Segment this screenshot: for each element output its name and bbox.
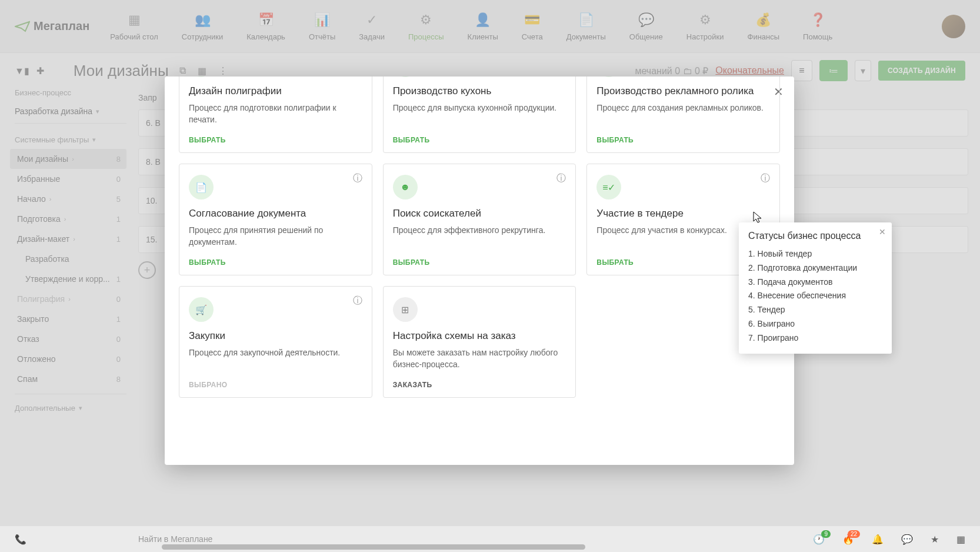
tooltip-item: 2. Подготовка документации bbox=[748, 261, 882, 275]
grid-icon[interactable]: ▦ bbox=[956, 534, 965, 545]
tooltip-title: Статусы бизнес процесса bbox=[748, 231, 882, 241]
card-title: Участие в тендере bbox=[596, 208, 770, 220]
card-icon: 🛒 bbox=[189, 297, 214, 322]
card-action[interactable]: ВЫБРАТЬ bbox=[393, 136, 566, 144]
card-icon: ▭ bbox=[189, 77, 214, 77]
template-card: ▭Производство кухоньПроцесс для выпуска … bbox=[383, 77, 576, 153]
card-desc: Процесс для закупочной деятельности. bbox=[189, 347, 362, 373]
card-title: Производство рекламного ролика bbox=[596, 85, 770, 97]
process-templates-modal: ✕ ▭Дизайн полиграфииПроцесс для подготов… bbox=[165, 77, 794, 465]
card-action[interactable]: ВЫБРАТЬ bbox=[393, 258, 566, 267]
bell-icon[interactable]: 🔔 bbox=[872, 534, 884, 545]
card-action[interactable]: ВЫБРАНО bbox=[189, 381, 362, 389]
card-icon: 📄 bbox=[189, 175, 214, 199]
card-desc: Вы можете заказать нам настройку любого … bbox=[393, 347, 566, 373]
template-card: ▭Дизайн полиграфииПроцесс для подготовки… bbox=[179, 77, 372, 153]
star-icon[interactable]: ★ bbox=[931, 534, 939, 545]
tooltip-item: 1. Новый тендер bbox=[748, 247, 882, 261]
card-title: Согласование документа bbox=[189, 208, 362, 220]
card-desc: Процесс для принятия решений по документ… bbox=[189, 224, 362, 250]
template-card: ⓘ☻Поиск соискателейПроцесс для эффективн… bbox=[383, 164, 576, 275]
fire-icon[interactable]: 🔥22 bbox=[842, 534, 854, 545]
template-card: ⊞Настройка схемы на заказВы можете заказ… bbox=[383, 286, 576, 398]
template-card: ⓘ🛒ЗакупкиПроцесс для закупочной деятельн… bbox=[179, 286, 372, 398]
info-icon[interactable]: ⓘ bbox=[556, 172, 567, 183]
tooltip-close-icon[interactable]: ✕ bbox=[879, 227, 886, 237]
card-desc: Процесс для эффективного рекрутинга. bbox=[393, 224, 566, 250]
card-title: Настройка схемы на заказ bbox=[393, 330, 566, 342]
clock-icon[interactable]: 🕐9 bbox=[813, 534, 825, 545]
info-icon[interactable]: ⓘ bbox=[761, 172, 771, 183]
info-icon[interactable]: ⓘ bbox=[353, 172, 364, 183]
chat-icon[interactable]: 💬 bbox=[901, 534, 913, 545]
card-action[interactable]: ВЫБРАТЬ bbox=[189, 258, 362, 267]
card-title: Производство кухонь bbox=[393, 85, 566, 97]
scrollbar[interactable] bbox=[162, 544, 585, 550]
card-icon: ☻ bbox=[393, 175, 418, 199]
tooltip-item: 3. Подача документов bbox=[748, 275, 882, 290]
tooltip-item: 7. Проиграно bbox=[748, 331, 882, 345]
card-desc: Процесс для создания рекламных роликов. bbox=[596, 102, 770, 128]
card-icon: ▭ bbox=[393, 77, 418, 77]
card-desc: Процесс для выпуска кухонной продукции. bbox=[393, 102, 566, 128]
card-title: Поиск соискателей bbox=[393, 208, 566, 220]
tooltip-item: 5. Тендер bbox=[748, 303, 882, 317]
tooltip-item: 4. Внесение обеспечения bbox=[748, 289, 882, 303]
card-desc: Процесс для подготовки полиграфии к печа… bbox=[189, 102, 362, 128]
status-tooltip: ✕ Статусы бизнес процесса 1. Новый тенде… bbox=[739, 222, 892, 354]
cursor-icon bbox=[752, 211, 764, 225]
tooltip-item: 6. Выиграно bbox=[748, 317, 882, 331]
card-title: Дизайн полиграфии bbox=[189, 85, 362, 97]
card-icon: ⊞ bbox=[393, 297, 418, 322]
card-action[interactable]: ЗАКАЗАТЬ bbox=[393, 381, 566, 389]
template-card: ⓘ📄Согласование документаПроцесс для прин… bbox=[179, 164, 372, 275]
info-icon[interactable]: ⓘ bbox=[353, 295, 364, 305]
card-icon: ≡✓ bbox=[596, 175, 621, 199]
card-title: Закупки bbox=[189, 330, 362, 342]
search-input[interactable]: Найти в Мегаплане bbox=[44, 534, 795, 544]
phone-icon[interactable]: 📞 bbox=[15, 534, 26, 545]
card-action[interactable]: ВЫБРАТЬ bbox=[596, 136, 770, 144]
card-action[interactable]: ВЫБРАТЬ bbox=[189, 136, 362, 144]
template-card: ▭Производство рекламного роликаПроцесс д… bbox=[586, 77, 780, 153]
card-icon: ▭ bbox=[596, 77, 621, 77]
